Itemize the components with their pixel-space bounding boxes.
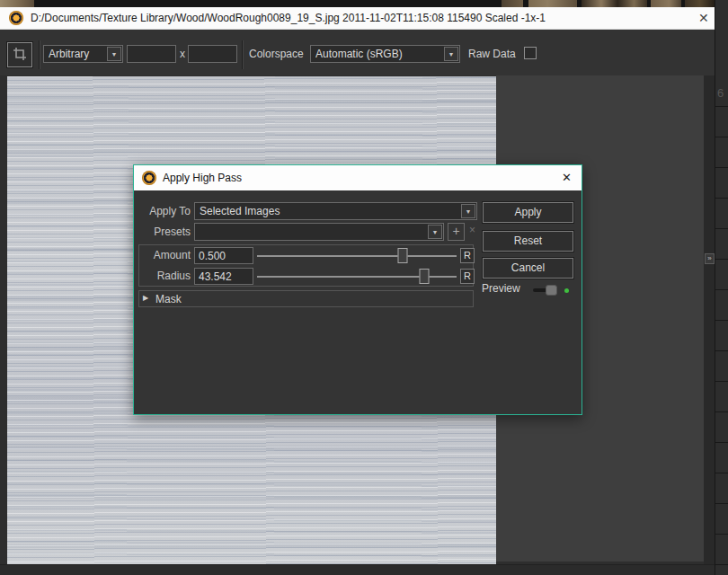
filmstrip-column[interactable]: 6 xyxy=(715,0,728,575)
amount-input[interactable] xyxy=(194,247,253,264)
thumbnail-sliver xyxy=(0,0,34,7)
crop-tool-button[interactable] xyxy=(7,42,32,67)
filmstrip-counter: 6 xyxy=(717,86,724,100)
dropdown-arrow-button[interactable]: ▼ xyxy=(428,225,442,239)
times-label: x xyxy=(178,45,187,63)
colorspace-dropdown[interactable]: Automatic (sRGB) ▼ xyxy=(310,45,460,63)
dialog-title: Apply High Pass xyxy=(163,165,242,190)
aspect-ratio-dropdown[interactable]: Arbitrary ▼ xyxy=(43,45,123,63)
bottom-band xyxy=(0,564,715,575)
mask-expander[interactable]: ▶ Mask xyxy=(138,290,474,307)
thumbnail-sliver xyxy=(528,0,577,7)
radius-input[interactable] xyxy=(194,268,253,285)
apply-high-pass-dialog: Apply High Pass ✕ Apply To Selected Imag… xyxy=(133,164,582,415)
toggle-knob[interactable] xyxy=(546,285,557,296)
thumbnail-strip xyxy=(0,0,715,7)
chevron-down-icon: ▼ xyxy=(466,208,472,215)
app-icon xyxy=(142,171,156,185)
presets-dropdown[interactable]: ▼ xyxy=(194,223,444,241)
amount-reset-button[interactable]: R xyxy=(460,248,475,263)
close-icon[interactable]: ✕ xyxy=(562,172,572,183)
apply-to-value: Selected Images xyxy=(200,203,458,219)
crop-height-input[interactable] xyxy=(188,45,237,63)
aspect-ratio-value: Arbitrary xyxy=(49,46,104,62)
toolbar-separator xyxy=(242,40,243,69)
thumbnail-sliver xyxy=(651,0,681,7)
preview-label: Preview xyxy=(482,282,520,295)
preview-status-dot xyxy=(564,288,569,293)
dropdown-arrow-button[interactable]: ▼ xyxy=(107,47,121,61)
thumbnail-sliver xyxy=(685,0,715,7)
dialog-titlebar[interactable]: Apply High Pass ✕ xyxy=(134,165,582,190)
dropdown-arrow-button[interactable]: ▼ xyxy=(461,204,475,218)
cancel-button[interactable]: Cancel xyxy=(483,258,573,279)
reset-button[interactable]: Reset xyxy=(483,231,573,252)
panel-collapse-icon[interactable]: » xyxy=(705,253,715,264)
radius-reset-button[interactable]: R xyxy=(460,269,475,284)
panel-gap xyxy=(704,75,715,564)
delete-preset-icon[interactable]: × xyxy=(469,224,475,236)
expander-arrow-icon: ▶ xyxy=(143,294,148,302)
thumbnail-sliver xyxy=(582,0,647,7)
amount-label: Amount xyxy=(134,248,191,262)
colorspace-value: Automatic (sRGB) xyxy=(315,46,441,62)
window-title: D:/Documents/Texture Library/Wood/WoodRo… xyxy=(31,7,546,30)
apply-button[interactable]: Apply xyxy=(483,202,573,223)
apply-to-label: Apply To xyxy=(134,204,191,218)
crop-width-input[interactable] xyxy=(127,45,176,63)
mask-label: Mask xyxy=(155,291,182,307)
amount-slider[interactable] xyxy=(257,255,457,257)
apply-to-dropdown[interactable]: Selected Images ▼ xyxy=(194,202,477,220)
radius-label: Radius xyxy=(134,269,191,283)
chevron-down-icon: ▼ xyxy=(432,229,439,235)
colorspace-label: Colorspace xyxy=(249,45,304,63)
raw-data-checkbox[interactable] xyxy=(524,47,537,59)
thumbnail-sliver xyxy=(502,0,523,7)
add-preset-button[interactable]: + xyxy=(448,223,465,241)
chevron-down-icon: ▼ xyxy=(448,51,455,58)
close-icon[interactable]: ✕ xyxy=(698,12,709,24)
amount-slider-handle[interactable] xyxy=(398,248,408,263)
crop-icon xyxy=(13,47,27,64)
dropdown-arrow-button[interactable]: ▼ xyxy=(444,47,458,61)
preview-toggle[interactable] xyxy=(533,286,557,295)
radius-slider[interactable] xyxy=(257,276,457,278)
chevron-down-icon: ▼ xyxy=(111,51,118,58)
application-window: D:/Documents/Texture Library/Wood/WoodRo… xyxy=(0,0,728,575)
radius-slider-handle[interactable] xyxy=(420,269,430,284)
raw-data-label: Raw Data xyxy=(468,45,516,63)
toolbar: Arbitrary ▼ x Colorspace Automatic (sRGB… xyxy=(0,30,715,75)
app-icon xyxy=(9,11,23,25)
presets-label: Presets xyxy=(134,225,191,239)
window-titlebar: D:/Documents/Texture Library/Wood/WoodRo… xyxy=(0,7,715,30)
filmstrip-dividers xyxy=(715,76,728,575)
toolbar-separator xyxy=(39,40,40,69)
